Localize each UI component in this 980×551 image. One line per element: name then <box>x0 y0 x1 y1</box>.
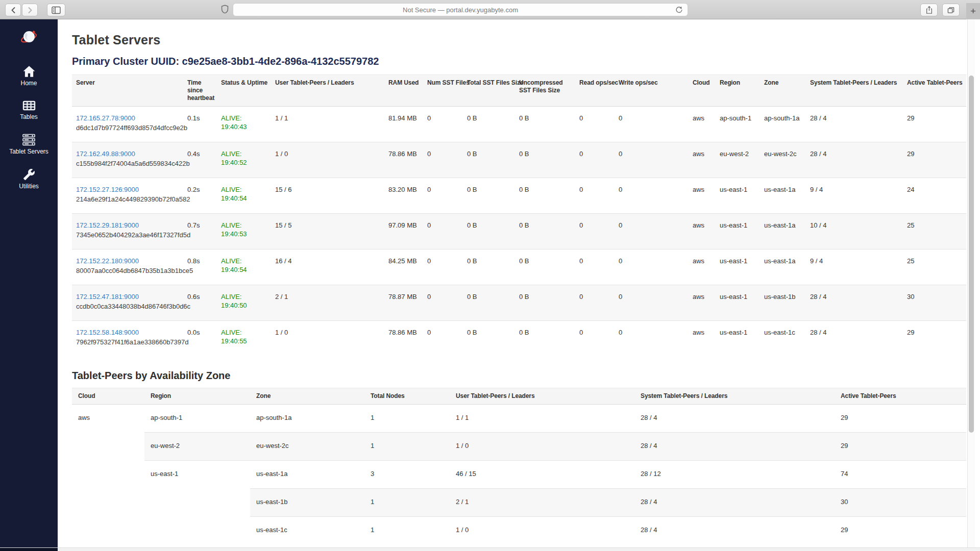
cell-num-sst: 0 <box>423 249 463 285</box>
column-header: Cloud <box>689 75 716 107</box>
cell-server: 172.152.47.181:9000ccdb0c0ca33448038b4d8… <box>72 285 183 321</box>
column-header: Active Tablet-Peers <box>835 388 966 404</box>
server-row: 172.152.47.181:9000ccdb0c0ca33448038b4d8… <box>72 285 966 321</box>
share-button[interactable] <box>920 4 938 16</box>
cell-zone: us-east-1c <box>250 516 364 544</box>
yugabyte-logo <box>20 28 38 46</box>
cell-active-tp: 24 <box>903 178 966 214</box>
privacy-shield-icon[interactable] <box>221 5 229 14</box>
cell-active-tp: 29 <box>903 107 966 142</box>
cell-zone: us-east-1c <box>760 321 806 357</box>
browser-back-button[interactable] <box>5 4 21 16</box>
cell-user-tp: 1 / 1 <box>271 107 384 142</box>
server-link[interactable]: 172.165.27.78:9000 <box>76 114 135 122</box>
cell-region: us-east-1 <box>716 249 760 285</box>
sidebar-panel-icon <box>52 6 61 14</box>
column-header: System Tablet-Peers / Leaders <box>634 388 835 404</box>
cell-system-tp: 28 / 4 <box>634 404 835 432</box>
cell-uncompressed-sst: 0 B <box>515 285 575 321</box>
column-header: Server <box>72 75 183 107</box>
cell-ram: 78.87 MB <box>384 285 423 321</box>
tablet-servers-table-header: ServerTime since heartbeatStatus & Uptim… <box>72 75 966 107</box>
cell-active-tp: 29 <box>903 321 966 357</box>
az-section-title: Tablet-Peers by Availability Zone <box>72 370 980 382</box>
cell-write-ops: 0 <box>615 249 689 285</box>
cell-active-tp: 29 <box>903 142 966 178</box>
server-uuid: d6dc1d7b97724ff693d857d4dfcc9e2b <box>76 123 179 132</box>
sidebar-item-label: Home <box>20 80 37 87</box>
cell-status: ALIVE: 19:40:50 <box>217 285 271 321</box>
cell-zone: us-east-1a <box>760 249 806 285</box>
column-header: System Tablet-Peers / Leaders <box>806 75 903 107</box>
cell-zone: eu-west-2c <box>250 432 364 460</box>
column-header: Status & Uptime <box>217 75 271 107</box>
cell-system-tp: 9 / 4 <box>806 178 903 214</box>
column-header: Uncompressed SST Files Size <box>515 75 575 107</box>
az-row: us-east-1us-east-1a346 / 1528 / 1274 <box>72 460 966 488</box>
cell-status: ALIVE: 19:40:43 <box>217 107 271 142</box>
cell-total-sst: 0 B <box>463 321 515 357</box>
cell-ram: 81.94 MB <box>384 107 423 142</box>
server-link[interactable]: 172.152.47.181:9000 <box>76 293 139 300</box>
cell-system-tp: 28 / 12 <box>634 460 835 488</box>
scrollbar-thumb[interactable] <box>969 76 974 433</box>
sidebar-item-label: Tablet Servers <box>9 148 48 155</box>
column-header: User Tablet-Peers / Leaders <box>450 388 634 404</box>
cell-total-sst: 0 B <box>463 214 515 249</box>
server-row: 172.165.27.78:9000d6dc1d7b97724ff693d857… <box>72 107 966 142</box>
column-header: Write ops/sec <box>615 75 689 107</box>
cell-system-tp: 28 / 4 <box>806 107 903 142</box>
cell-user-tp: 46 / 15 <box>450 460 634 488</box>
server-link[interactable]: 172.152.29.181:9000 <box>76 221 139 229</box>
sidebar-item-utilities[interactable]: Utilities <box>0 168 58 190</box>
sidebar-item-label: Utilities <box>19 183 39 190</box>
column-header: Total Nodes <box>364 388 450 404</box>
server-link[interactable]: 172.152.22.180:9000 <box>76 257 139 265</box>
cell-status: ALIVE: 19:40:53 <box>217 214 271 249</box>
cell-region: us-east-1 <box>716 178 760 214</box>
cell-active-tp: 25 <box>903 214 966 249</box>
reload-icon[interactable] <box>675 6 683 14</box>
cell-total-nodes: 1 <box>364 516 450 544</box>
cell-system-tp: 28 / 4 <box>634 432 835 460</box>
main-content: Tablet Servers Primary Cluster UUID: c9e… <box>58 19 980 547</box>
cell-system-tp: 28 / 4 <box>806 142 903 178</box>
tables-grid-icon <box>22 100 36 111</box>
plus-icon: + <box>970 6 976 17</box>
cell-region: ap-south-1 <box>716 107 760 142</box>
cell-uncompressed-sst: 0 B <box>515 321 575 357</box>
chevron-left-icon <box>10 7 16 14</box>
new-tab-button[interactable]: + <box>966 3 980 19</box>
browser-forward-button[interactable] <box>22 4 38 16</box>
server-link[interactable]: 172.152.58.148:9000 <box>76 329 139 336</box>
sidebar-item-tables[interactable]: Tables <box>0 100 58 120</box>
sidebar-item-home[interactable]: Home <box>0 65 58 87</box>
cell-system-tp: 28 / 4 <box>634 516 835 544</box>
cell-total-nodes: 3 <box>364 460 450 488</box>
cell-write-ops: 0 <box>615 285 689 321</box>
cell-zone: us-east-1a <box>760 214 806 249</box>
address-bar[interactable]: Not Secure — portal.dev.yugabyte.com <box>233 3 688 16</box>
column-header: Region <box>716 75 760 107</box>
cell-cloud: aws <box>72 404 144 544</box>
server-row: 172.152.27.126:9000214a6e29f1a24c4498293… <box>72 178 966 214</box>
sidebar-toggle-button[interactable] <box>47 4 65 16</box>
server-row: 172.152.22.180:900080007aa0cc064db6847b3… <box>72 249 966 285</box>
cell-user-tp: 15 / 6 <box>271 178 384 214</box>
server-link[interactable]: 172.152.27.126:9000 <box>76 186 139 193</box>
browser-toolbar: Not Secure — portal.dev.yugabyte.com + <box>0 0 980 19</box>
cell-total-sst: 0 B <box>463 142 515 178</box>
cell-read-ops: 0 <box>575 107 615 142</box>
tabs-icon <box>947 6 955 14</box>
column-header: Active Tablet-Peers <box>903 75 966 107</box>
cell-system-tp: 10 / 4 <box>806 214 903 249</box>
server-row: 172.162.49.88:9000c155b984f2f74004a5a6d5… <box>72 142 966 178</box>
server-link[interactable]: 172.162.49.88:9000 <box>76 150 135 158</box>
cell-uncompressed-sst: 0 B <box>515 107 575 142</box>
tab-overview-button[interactable] <box>942 4 960 16</box>
tablet-peers-by-az-table: CloudRegionZoneTotal NodesUser Tablet-Pe… <box>72 388 966 545</box>
sidebar-item-tablet-servers[interactable]: Tablet Servers <box>0 134 58 155</box>
vertical-scrollbar[interactable] <box>967 19 975 547</box>
chevron-right-icon <box>27 7 33 14</box>
cell-zone: ap-south-1a <box>250 404 364 432</box>
